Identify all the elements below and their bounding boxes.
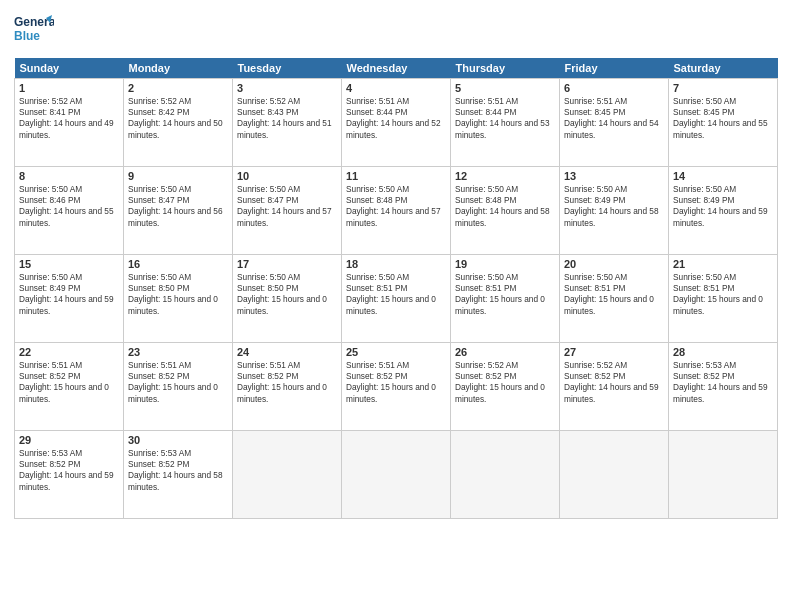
- day-number: 15: [19, 258, 119, 270]
- col-fri: Friday: [560, 58, 669, 79]
- day-cell: 6 Sunrise: 5:51 AM Sunset: 8:45 PM Dayli…: [560, 79, 669, 167]
- day-info: Sunrise: 5:50 AM Sunset: 8:47 PM Dayligh…: [128, 184, 228, 229]
- day-number: 13: [564, 170, 664, 182]
- page: General Blue Sunday Monday Tuesday Wedne…: [0, 0, 792, 612]
- day-number: 28: [673, 346, 773, 358]
- day-number: 5: [455, 82, 555, 94]
- day-number: 3: [237, 82, 337, 94]
- col-sun: Sunday: [15, 58, 124, 79]
- day-cell: 23 Sunrise: 5:51 AM Sunset: 8:52 PM Dayl…: [124, 343, 233, 431]
- day-info: Sunrise: 5:50 AM Sunset: 8:49 PM Dayligh…: [19, 272, 119, 317]
- day-info: Sunrise: 5:52 AM Sunset: 8:42 PM Dayligh…: [128, 96, 228, 141]
- day-cell: 27 Sunrise: 5:52 AM Sunset: 8:52 PM Dayl…: [560, 343, 669, 431]
- day-cell: 8 Sunrise: 5:50 AM Sunset: 8:46 PM Dayli…: [15, 167, 124, 255]
- day-cell: 7 Sunrise: 5:50 AM Sunset: 8:45 PM Dayli…: [669, 79, 778, 167]
- day-info: Sunrise: 5:51 AM Sunset: 8:52 PM Dayligh…: [346, 360, 446, 405]
- day-number: 8: [19, 170, 119, 182]
- day-info: Sunrise: 5:52 AM Sunset: 8:52 PM Dayligh…: [564, 360, 664, 405]
- day-info: Sunrise: 5:53 AM Sunset: 8:52 PM Dayligh…: [673, 360, 773, 405]
- day-info: Sunrise: 5:53 AM Sunset: 8:52 PM Dayligh…: [128, 448, 228, 493]
- day-cell: 24 Sunrise: 5:51 AM Sunset: 8:52 PM Dayl…: [233, 343, 342, 431]
- day-info: Sunrise: 5:50 AM Sunset: 8:48 PM Dayligh…: [455, 184, 555, 229]
- day-cell: 10 Sunrise: 5:50 AM Sunset: 8:47 PM Dayl…: [233, 167, 342, 255]
- day-info: Sunrise: 5:50 AM Sunset: 8:51 PM Dayligh…: [346, 272, 446, 317]
- day-number: 1: [19, 82, 119, 94]
- day-info: Sunrise: 5:50 AM Sunset: 8:51 PM Dayligh…: [455, 272, 555, 317]
- calendar-row: 1 Sunrise: 5:52 AM Sunset: 8:41 PM Dayli…: [15, 79, 778, 167]
- day-info: Sunrise: 5:52 AM Sunset: 8:52 PM Dayligh…: [455, 360, 555, 405]
- day-cell: 12 Sunrise: 5:50 AM Sunset: 8:48 PM Dayl…: [451, 167, 560, 255]
- header-row: Sunday Monday Tuesday Wednesday Thursday…: [15, 58, 778, 79]
- day-cell: 1 Sunrise: 5:52 AM Sunset: 8:41 PM Dayli…: [15, 79, 124, 167]
- empty-cell: [233, 431, 342, 519]
- day-number: 11: [346, 170, 446, 182]
- day-info: Sunrise: 5:52 AM Sunset: 8:43 PM Dayligh…: [237, 96, 337, 141]
- day-number: 26: [455, 346, 555, 358]
- col-thu: Thursday: [451, 58, 560, 79]
- day-cell: 2 Sunrise: 5:52 AM Sunset: 8:42 PM Dayli…: [124, 79, 233, 167]
- col-tue: Tuesday: [233, 58, 342, 79]
- day-info: Sunrise: 5:50 AM Sunset: 8:47 PM Dayligh…: [237, 184, 337, 229]
- day-cell: 25 Sunrise: 5:51 AM Sunset: 8:52 PM Dayl…: [342, 343, 451, 431]
- day-number: 25: [346, 346, 446, 358]
- day-info: Sunrise: 5:51 AM Sunset: 8:44 PM Dayligh…: [346, 96, 446, 141]
- calendar-row: 8 Sunrise: 5:50 AM Sunset: 8:46 PM Dayli…: [15, 167, 778, 255]
- header: General Blue: [14, 10, 778, 50]
- day-number: 18: [346, 258, 446, 270]
- col-wed: Wednesday: [342, 58, 451, 79]
- day-number: 22: [19, 346, 119, 358]
- day-info: Sunrise: 5:50 AM Sunset: 8:50 PM Dayligh…: [237, 272, 337, 317]
- day-info: Sunrise: 5:51 AM Sunset: 8:45 PM Dayligh…: [564, 96, 664, 141]
- day-info: Sunrise: 5:51 AM Sunset: 8:52 PM Dayligh…: [128, 360, 228, 405]
- calendar-row: 15 Sunrise: 5:50 AM Sunset: 8:49 PM Dayl…: [15, 255, 778, 343]
- day-cell: 3 Sunrise: 5:52 AM Sunset: 8:43 PM Dayli…: [233, 79, 342, 167]
- day-cell: 20 Sunrise: 5:50 AM Sunset: 8:51 PM Dayl…: [560, 255, 669, 343]
- calendar-row: 22 Sunrise: 5:51 AM Sunset: 8:52 PM Dayl…: [15, 343, 778, 431]
- day-info: Sunrise: 5:53 AM Sunset: 8:52 PM Dayligh…: [19, 448, 119, 493]
- day-number: 24: [237, 346, 337, 358]
- svg-text:Blue: Blue: [14, 29, 40, 43]
- day-cell: 21 Sunrise: 5:50 AM Sunset: 8:51 PM Dayl…: [669, 255, 778, 343]
- day-info: Sunrise: 5:51 AM Sunset: 8:52 PM Dayligh…: [19, 360, 119, 405]
- day-cell: 15 Sunrise: 5:50 AM Sunset: 8:49 PM Dayl…: [15, 255, 124, 343]
- day-number: 20: [564, 258, 664, 270]
- day-number: 27: [564, 346, 664, 358]
- day-cell: 9 Sunrise: 5:50 AM Sunset: 8:47 PM Dayli…: [124, 167, 233, 255]
- day-number: 6: [564, 82, 664, 94]
- day-cell: 5 Sunrise: 5:51 AM Sunset: 8:44 PM Dayli…: [451, 79, 560, 167]
- day-cell: 13 Sunrise: 5:50 AM Sunset: 8:49 PM Dayl…: [560, 167, 669, 255]
- day-cell: 30 Sunrise: 5:53 AM Sunset: 8:52 PM Dayl…: [124, 431, 233, 519]
- day-number: 17: [237, 258, 337, 270]
- empty-cell: [451, 431, 560, 519]
- day-info: Sunrise: 5:50 AM Sunset: 8:51 PM Dayligh…: [673, 272, 773, 317]
- calendar-table: Sunday Monday Tuesday Wednesday Thursday…: [14, 58, 778, 519]
- day-cell: 4 Sunrise: 5:51 AM Sunset: 8:44 PM Dayli…: [342, 79, 451, 167]
- day-cell: 19 Sunrise: 5:50 AM Sunset: 8:51 PM Dayl…: [451, 255, 560, 343]
- empty-cell: [560, 431, 669, 519]
- day-info: Sunrise: 5:50 AM Sunset: 8:46 PM Dayligh…: [19, 184, 119, 229]
- empty-cell: [669, 431, 778, 519]
- day-cell: 16 Sunrise: 5:50 AM Sunset: 8:50 PM Dayl…: [124, 255, 233, 343]
- day-info: Sunrise: 5:50 AM Sunset: 8:50 PM Dayligh…: [128, 272, 228, 317]
- day-info: Sunrise: 5:50 AM Sunset: 8:49 PM Dayligh…: [673, 184, 773, 229]
- day-number: 21: [673, 258, 773, 270]
- day-number: 30: [128, 434, 228, 446]
- day-info: Sunrise: 5:51 AM Sunset: 8:52 PM Dayligh…: [237, 360, 337, 405]
- day-number: 16: [128, 258, 228, 270]
- day-info: Sunrise: 5:50 AM Sunset: 8:48 PM Dayligh…: [346, 184, 446, 229]
- empty-cell: [342, 431, 451, 519]
- day-cell: 18 Sunrise: 5:50 AM Sunset: 8:51 PM Dayl…: [342, 255, 451, 343]
- day-cell: 17 Sunrise: 5:50 AM Sunset: 8:50 PM Dayl…: [233, 255, 342, 343]
- day-number: 2: [128, 82, 228, 94]
- calendar-row: 29 Sunrise: 5:53 AM Sunset: 8:52 PM Dayl…: [15, 431, 778, 519]
- day-number: 7: [673, 82, 773, 94]
- day-number: 29: [19, 434, 119, 446]
- day-cell: 22 Sunrise: 5:51 AM Sunset: 8:52 PM Dayl…: [15, 343, 124, 431]
- day-cell: 28 Sunrise: 5:53 AM Sunset: 8:52 PM Dayl…: [669, 343, 778, 431]
- day-info: Sunrise: 5:52 AM Sunset: 8:41 PM Dayligh…: [19, 96, 119, 141]
- logo-svg: General Blue: [14, 10, 54, 50]
- col-mon: Monday: [124, 58, 233, 79]
- day-number: 23: [128, 346, 228, 358]
- day-number: 12: [455, 170, 555, 182]
- day-cell: 29 Sunrise: 5:53 AM Sunset: 8:52 PM Dayl…: [15, 431, 124, 519]
